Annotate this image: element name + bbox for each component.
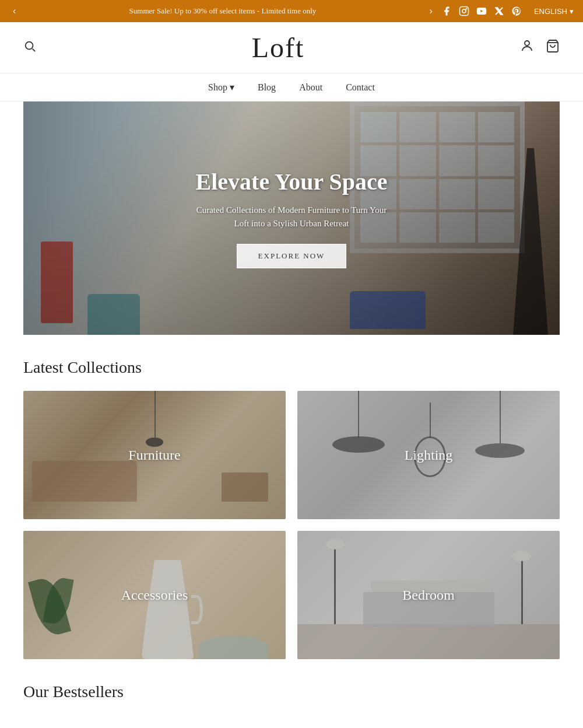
announcement-bar: ‹ Summer Sale! Up to 30% off select item…	[0, 0, 583, 22]
svg-point-4	[26, 42, 33, 50]
chevron-down-icon: ▾	[570, 7, 574, 16]
shop-label: Shop	[208, 82, 227, 93]
social-icons-group	[441, 5, 522, 17]
furniture-label: Furniture	[128, 447, 180, 463]
hero-wrapper: Elevate Your Space Curated Collections o…	[0, 102, 583, 335]
collection-card-accessories[interactable]: Accessories	[23, 531, 286, 659]
facebook-icon[interactable]	[441, 5, 452, 17]
svg-line-5	[33, 49, 36, 52]
collection-card-bedroom[interactable]: Bedroom	[297, 531, 560, 659]
accessories-label: Accessories	[121, 587, 188, 603]
svg-point-1	[462, 9, 466, 13]
twitter-icon[interactable]	[493, 5, 505, 17]
collections-section-title: Latest Collections	[23, 358, 560, 377]
header: Loft	[0, 22, 583, 74]
collection-card-furniture[interactable]: Furniture	[23, 391, 286, 519]
instagram-icon[interactable]	[458, 5, 470, 17]
language-label: ENGLISH	[534, 7, 567, 16]
language-selector[interactable]: ENGLISH ▾	[534, 7, 574, 16]
hero-content: Elevate Your Space Curated Collections o…	[192, 168, 391, 268]
hero-title: Elevate Your Space	[192, 168, 391, 195]
main-content: Latest Collections Furniture	[0, 358, 583, 701]
collection-card-lighting[interactable]: Lighting	[297, 391, 560, 519]
main-nav: Shop ▾ Blog About Contact	[0, 74, 583, 102]
nav-item-blog[interactable]: Blog	[258, 82, 276, 93]
nav-item-about[interactable]: About	[299, 82, 322, 93]
hero-section: Elevate Your Space Curated Collections o…	[23, 102, 560, 335]
explore-now-button[interactable]: EXPLORE NOW	[237, 244, 347, 268]
prev-announcement-button[interactable]: ‹	[9, 5, 19, 18]
next-announcement-button[interactable]: ›	[426, 5, 436, 18]
header-left	[23, 40, 36, 55]
announcement-next[interactable]: ›	[426, 5, 436, 18]
blog-label: Blog	[258, 82, 276, 93]
collections-grid: Furniture	[23, 391, 560, 659]
bedroom-label: Bedroom	[402, 587, 454, 603]
lighting-label: Lighting	[405, 447, 453, 463]
cart-button[interactable]	[546, 39, 560, 57]
hero-background: Elevate Your Space Curated Collections o…	[23, 102, 560, 335]
site-logo[interactable]: Loft	[36, 32, 520, 64]
announcement-text: Summer Sale! Up to 30% off select items …	[19, 6, 426, 16]
account-button[interactable]	[520, 39, 534, 57]
bestsellers-section-title: Our Bestsellers	[23, 682, 560, 701]
svg-rect-0	[459, 7, 468, 16]
pinterest-icon[interactable]	[511, 5, 522, 17]
nav-item-shop[interactable]: Shop ▾	[208, 82, 234, 93]
hero-subtitle: Curated Collections of Modern Furniture …	[192, 204, 391, 230]
nav-item-contact[interactable]: Contact	[346, 82, 375, 93]
search-button[interactable]	[23, 40, 36, 55]
about-label: About	[299, 82, 322, 93]
shop-dropdown-icon: ▾	[230, 82, 234, 93]
svg-point-2	[466, 8, 467, 9]
contact-label: Contact	[346, 82, 375, 93]
youtube-icon[interactable]	[476, 5, 487, 17]
announcement-prev[interactable]: ‹	[9, 5, 19, 18]
svg-point-6	[525, 41, 529, 46]
header-right	[520, 39, 560, 57]
